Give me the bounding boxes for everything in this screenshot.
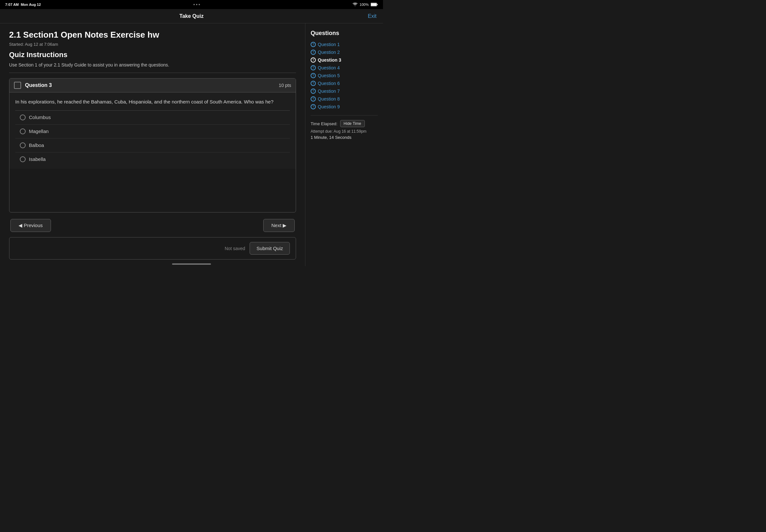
sidebar-item-question-5[interactable]: ?Question 5 — [310, 72, 378, 79]
time-elapsed-label: Time Elapsed: — [310, 121, 337, 126]
question-icon-5: ? — [310, 73, 316, 78]
question-text: In his explorations, he reached the Baha… — [15, 98, 290, 106]
question-bookmark-checkbox[interactable] — [14, 82, 21, 89]
sidebar-question-label-6: Question 6 — [318, 81, 340, 86]
sidebar-item-question-9[interactable]: ?Question 9 — [310, 103, 378, 111]
question-title: Question 3 — [25, 82, 275, 88]
sidebar-question-label-1: Question 1 — [318, 42, 340, 47]
sidebar-question-label-9: Question 9 — [318, 104, 340, 109]
svg-rect-1 — [371, 3, 376, 6]
main-content: 2.1 Section1 Open Notes Exercise hw Star… — [0, 23, 305, 266]
answer-label-isabella: Isabella — [29, 156, 46, 162]
question-icon-9: ? — [310, 104, 316, 109]
quiz-instructions-text: Use Section 1 of your 2.1 Study Guide to… — [9, 62, 296, 67]
sidebar: Questions ?Question 1?Question 2?Questio… — [305, 23, 383, 266]
attempt-due: Attempt due: Aug 16 at 11:59pm — [310, 129, 378, 134]
question-header: Question 3 10 pts — [9, 79, 296, 92]
radio-magellan[interactable] — [20, 128, 26, 134]
sidebar-item-question-4[interactable]: ?Question 4 — [310, 64, 378, 72]
wifi-icon — [352, 3, 358, 6]
radio-balboa[interactable] — [20, 142, 26, 148]
answer-option-a[interactable]: Columbus — [15, 111, 290, 125]
battery-icon — [371, 3, 378, 6]
home-indicator — [172, 263, 211, 265]
sidebar-question-label-7: Question 7 — [318, 89, 340, 94]
question-icon-4: ? — [310, 65, 316, 70]
quiz-instructions-heading: Quiz Instructions — [9, 51, 296, 59]
answer-label-columbus: Columbus — [29, 115, 51, 120]
sidebar-item-question-3[interactable]: ?Question 3 — [310, 56, 378, 64]
sidebar-question-label-4: Question 4 — [318, 65, 340, 70]
radio-columbus[interactable] — [20, 115, 26, 120]
sidebar-question-label-2: Question 2 — [318, 50, 340, 55]
answer-option-b[interactable]: Magellan — [15, 125, 290, 139]
quiz-title: 2.1 Section1 Open Notes Exercise hw — [9, 30, 296, 40]
submit-bar: Not saved Submit Quiz — [9, 237, 296, 260]
sidebar-item-question-7[interactable]: ?Question 7 — [310, 87, 378, 95]
sidebar-item-question-8[interactable]: ?Question 8 — [310, 95, 378, 103]
quiz-started: Started: Aug 12 at 7:06am — [9, 42, 296, 47]
section-divider — [9, 73, 296, 73]
sidebar-questions: ?Question 1?Question 2?Question 3?Questi… — [310, 41, 378, 111]
question-card: Question 3 10 pts In his explorations, h… — [9, 78, 296, 212]
status-center — [193, 4, 200, 5]
nav-bar: Take Quiz Exit — [0, 9, 383, 23]
question-icon-3: ? — [310, 57, 316, 63]
battery-pct: 100% — [359, 3, 369, 6]
sidebar-question-label-5: Question 5 — [318, 73, 340, 78]
previous-button[interactable]: ◀ Previous — [10, 219, 51, 232]
question-icon-7: ? — [310, 89, 316, 94]
answer-label-magellan: Magellan — [29, 128, 49, 134]
submit-quiz-button[interactable]: Submit Quiz — [249, 242, 290, 255]
time-remaining: 1 Minute, 14 Seconds — [310, 135, 378, 140]
page-title: Take Quiz — [179, 13, 203, 19]
hide-time-button[interactable]: Hide Time — [340, 120, 365, 127]
sidebar-question-label-3: Question 3 — [318, 57, 341, 63]
time-elapsed-row: Time Elapsed: Hide Time — [310, 120, 378, 127]
status-right: 100% — [352, 3, 378, 6]
question-icon-6: ? — [310, 81, 316, 86]
question-body: In his explorations, he reached the Baha… — [9, 92, 296, 169]
status-time: 7:07 AM Mon Aug 12 — [5, 3, 41, 6]
sidebar-item-question-2[interactable]: ?Question 2 — [310, 48, 378, 56]
sidebar-item-question-1[interactable]: ?Question 1 — [310, 41, 378, 48]
sidebar-divider — [310, 115, 378, 115]
answer-label-balboa: Balboa — [29, 142, 44, 148]
exit-button[interactable]: Exit — [368, 13, 376, 19]
svg-rect-2 — [377, 4, 377, 5]
question-points: 10 pts — [279, 83, 291, 88]
next-button[interactable]: Next ▶ — [263, 219, 295, 232]
question-icon-2: ? — [310, 50, 316, 55]
not-saved-text: Not saved — [225, 246, 245, 251]
status-bar: 7:07 AM Mon Aug 12 100% — [0, 0, 383, 9]
sidebar-title: Questions — [310, 30, 378, 37]
sidebar-item-question-6[interactable]: ?Question 6 — [310, 79, 378, 87]
main-layout: 2.1 Section1 Open Notes Exercise hw Star… — [0, 23, 383, 266]
radio-isabella[interactable] — [20, 156, 26, 162]
question-icon-8: ? — [310, 96, 316, 102]
answer-option-d[interactable]: Isabella — [15, 152, 290, 166]
answer-option-c[interactable]: Balboa — [15, 139, 290, 152]
question-icon-1: ? — [310, 42, 316, 47]
nav-buttons: ◀ Previous Next ▶ — [9, 219, 296, 232]
sidebar-question-label-8: Question 8 — [318, 96, 340, 102]
